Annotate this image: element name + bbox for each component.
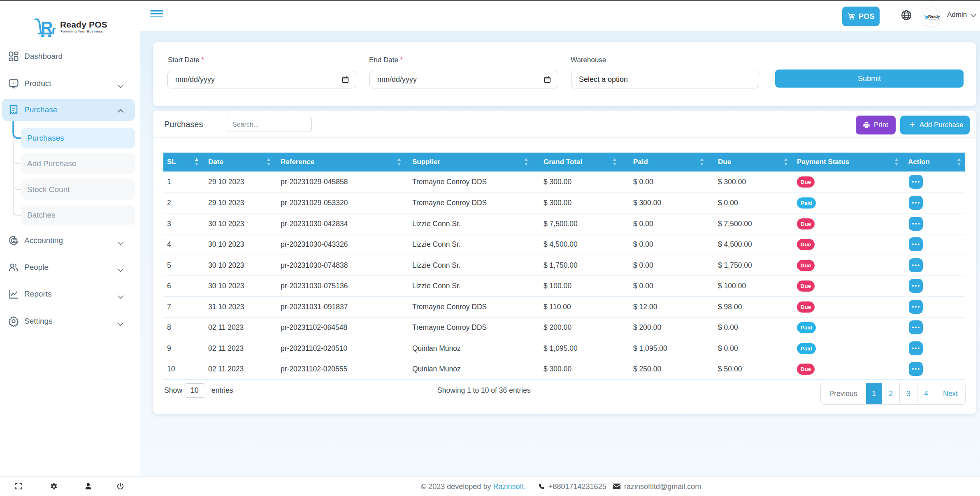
svg-text:R: R	[41, 18, 53, 37]
